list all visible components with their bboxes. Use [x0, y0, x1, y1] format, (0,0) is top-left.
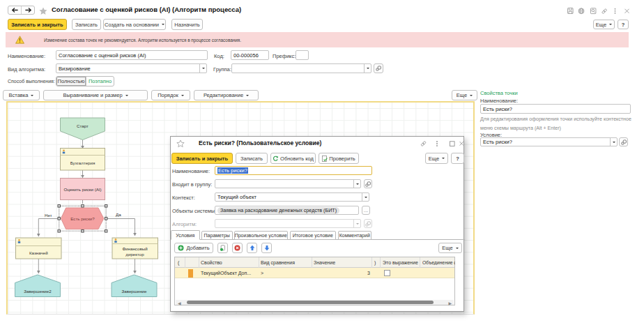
- svg-text:Финансовый: Финансовый: [122, 246, 148, 251]
- svg-text:Казначей: Казначей: [29, 250, 48, 255]
- svg-text:Завершение2: Завершение2: [24, 289, 52, 294]
- svg-text:Оценить риски (AI): Оценить риски (AI): [63, 187, 101, 192]
- svg-text:Есть риски?: Есть риски?: [70, 216, 95, 221]
- svg-text:Бухгалтерия: Бухгалтерия: [70, 160, 95, 165]
- svg-text:Нет: Нет: [45, 213, 52, 218]
- svg-text:Да: Да: [116, 212, 121, 217]
- svg-text:Старт: Старт: [77, 123, 89, 128]
- svg-text:директор: директор: [125, 252, 144, 257]
- svg-text:Завершение: Завершение: [122, 289, 148, 294]
